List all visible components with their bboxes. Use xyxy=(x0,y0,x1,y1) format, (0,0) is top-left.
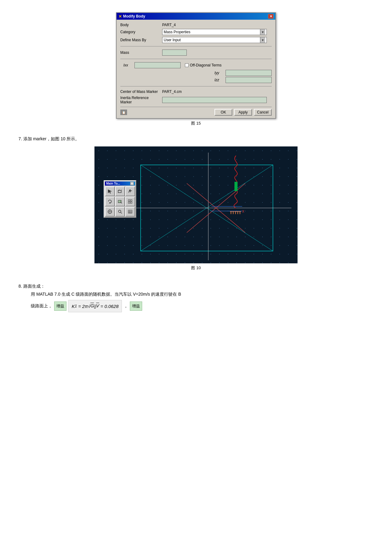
off-diagonal-check: Off-Diagonal Terms xyxy=(185,63,222,67)
svg-rect-22 xyxy=(130,200,132,201)
svg-rect-24 xyxy=(130,202,132,203)
dialog-title: Modify Body xyxy=(123,14,145,18)
izz-row: Izz 2.95787916687E+006 xyxy=(123,77,272,83)
svg-point-16 xyxy=(130,190,131,191)
section8: 8. 路面生成： 用 MATLAB 7.0 生成 C 级路面的随机数据。当汽车以… xyxy=(18,282,374,312)
mass-input[interactable]: 249.632 xyxy=(162,50,187,56)
section8-line1-text: 用 MATLAB 7.0 生成 C 级路面的随机数据。当汽车以 V=20m/s … xyxy=(31,292,181,297)
footer-icon: 📋 xyxy=(120,110,127,115)
section8-line1: 用 MATLAB 7.0 生成 C 级路面的随机数据。当汽车以 V=20m/s … xyxy=(31,290,374,298)
define-mass-row: Define Mass By User Input ▼ xyxy=(120,37,272,43)
svg-text:X: X xyxy=(242,210,244,213)
section8-formula-row: 级路面上， 增益 K1 = 2π√G0V = 0.0628 ， 增益 xyxy=(31,300,374,313)
separator-3 xyxy=(120,86,272,86)
apply-button[interactable]: Apply xyxy=(234,109,252,116)
fig10-caption: 图 10 xyxy=(191,265,201,271)
svg-rect-19 xyxy=(119,201,119,202)
toolbar-btn-table[interactable] xyxy=(125,207,135,217)
floating-toolbar: Main To... ✕ xyxy=(104,180,136,218)
ixx-label: Ixx xyxy=(123,63,133,67)
inertia-ref-label: Inertia Reference Marker xyxy=(120,96,160,104)
toolbar-btn-grid[interactable] xyxy=(125,197,135,206)
dialog-titlebar: ✕ Modify Body ✕ xyxy=(117,13,275,20)
body-label: Body xyxy=(120,23,160,27)
dialog-body: Body PART_4 Category Mass Properties ▼ D… xyxy=(117,20,275,118)
toolbar-btn-zoom[interactable] xyxy=(115,197,125,206)
cancel-button[interactable]: Cancel xyxy=(254,109,272,116)
formula-expression: K1 = 2π√G0V = 0.0628 xyxy=(68,300,122,313)
zoom-icon xyxy=(118,199,122,204)
formula-label2: 增益 xyxy=(130,301,142,310)
define-mass-label: Define Mass By xyxy=(120,38,160,42)
inertia-ref-row: Inertia Reference Marker xyxy=(120,96,272,104)
svg-marker-12 xyxy=(108,190,112,194)
toolbar-titlebar: Main To... ✕ xyxy=(105,182,135,186)
body-row: Body PART_4 xyxy=(120,23,272,27)
body-value: PART_4 xyxy=(162,23,176,27)
toolbar-btn-draw[interactable] xyxy=(125,186,135,196)
ok-button[interactable]: OK xyxy=(214,109,232,116)
toolbar-buttons xyxy=(105,186,135,217)
cad-viewport: TTTTT X Main To... ✕ xyxy=(94,146,298,263)
category-label: Category xyxy=(120,30,160,34)
formula-comma: ， xyxy=(124,302,128,310)
section8-heading: 8. 路面生成： xyxy=(18,282,374,290)
izz-input[interactable]: 2.95787916687E+006 xyxy=(226,77,272,83)
draw-icon xyxy=(128,189,133,194)
ixx-row: Ixx 5.11421691645E+006 Off-Diagonal Term… xyxy=(123,62,272,68)
com-marker-value: PART_4.cm xyxy=(162,90,182,94)
dialog-section: ✕ Modify Body ✕ Body PART_4 Category Mas… xyxy=(18,12,374,132)
category-row: Category Mass Properties ▼ xyxy=(120,29,272,35)
iyy-row: Iyy 3.64046666645E+006 xyxy=(123,70,272,76)
category-value: Mass Properties xyxy=(164,30,190,34)
footer-row: 📋 OK Apply Cancel xyxy=(120,107,272,116)
svg-rect-23 xyxy=(128,202,130,203)
iyy-input[interactable]: 3.64046666645E+006 xyxy=(226,70,272,76)
category-dropdown[interactable]: Mass Properties ▼ xyxy=(162,29,272,35)
define-mass-dropdown[interactable]: User Input ▼ xyxy=(162,37,272,43)
category-dropdown-arrow: ▼ xyxy=(260,29,265,35)
toolbar-btn-move[interactable] xyxy=(115,186,125,196)
ixx-input[interactable]: 5.11421691645E+006 xyxy=(134,62,181,68)
dialog-title-icon: ✕ xyxy=(118,14,122,19)
mass-label: Mass xyxy=(120,50,160,55)
modify-body-dialog: ✕ Modify Body ✕ Body PART_4 Category Mas… xyxy=(116,12,276,119)
off-diagonal-checkbox[interactable] xyxy=(185,63,189,67)
svg-rect-7 xyxy=(234,182,238,191)
toolbar-btn-search[interactable] xyxy=(115,207,125,217)
toolbar-title: Main To... xyxy=(106,182,120,185)
section7-text: 7. 添加 marker，如图 10 所示。 xyxy=(18,135,374,142)
move-icon xyxy=(118,189,122,194)
inertia-section: Ixx 5.11421691645E+006 Off-Diagonal Term… xyxy=(120,62,272,83)
svg-text:TTTTT: TTTTT xyxy=(230,211,241,215)
toolbar-close-button[interactable]: ✕ xyxy=(130,182,134,185)
svg-rect-21 xyxy=(128,200,130,201)
inertia-ref-field xyxy=(162,97,272,103)
define-mass-value: User Input xyxy=(164,38,181,42)
svg-rect-13 xyxy=(118,190,121,193)
iyy-label: Iyy xyxy=(214,71,224,75)
body-value-field: PART_4 xyxy=(162,23,272,27)
rotate-icon xyxy=(107,199,112,204)
toolbar-btn-rotate[interactable] xyxy=(105,197,115,206)
table-icon xyxy=(128,209,133,214)
svg-line-29 xyxy=(121,212,122,214)
fig15-caption: 图 15 xyxy=(191,121,201,126)
pointer-icon xyxy=(107,189,112,194)
izz-label: Izz xyxy=(214,78,224,82)
svg-point-28 xyxy=(118,210,121,213)
mass-row: Mass 249.632 xyxy=(120,50,272,56)
off-diagonal-label: Off-Diagonal Terms xyxy=(190,63,222,67)
titlebar-left: ✕ Modify Body xyxy=(118,14,145,19)
pan-icon xyxy=(107,209,112,214)
toolbar-btn-pan[interactable] xyxy=(105,207,115,217)
section8-line2-prefix: 级路面上， xyxy=(31,302,52,310)
toolbar-btn-pointer[interactable] xyxy=(105,186,115,196)
footer-icon-glyph: 📋 xyxy=(122,111,126,114)
dialog-close-button[interactable]: ✕ xyxy=(268,14,274,19)
grid-icon xyxy=(128,199,133,204)
separator-1 xyxy=(120,46,272,46)
separator-2 xyxy=(120,59,272,59)
viewport-section: TTTTT X Main To... ✕ xyxy=(18,146,374,277)
formula-label1: 增益 xyxy=(54,301,66,310)
